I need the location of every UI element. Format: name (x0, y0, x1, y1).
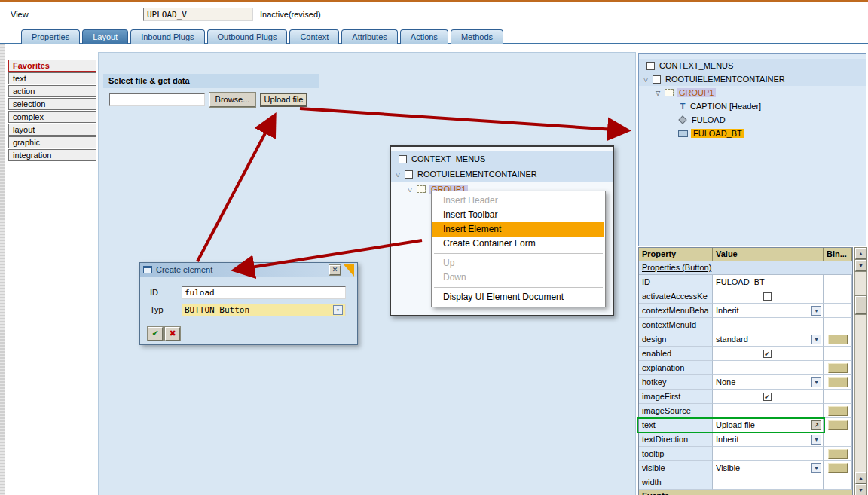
typ-select[interactable]: BUTTON Button ▾ (182, 304, 346, 316)
dialog-titlebar[interactable]: Create element ✕ (140, 263, 357, 277)
tab-attributes[interactable]: Attributes (341, 29, 397, 44)
tree-item-fuload-bt[interactable]: FULOAD_BT (639, 127, 866, 140)
palette-item-complex[interactable]: complex (8, 111, 96, 123)
tree-item-fuload[interactable]: FULOAD (639, 113, 866, 127)
splitter-bar[interactable] (0, 44, 5, 495)
bind-button[interactable] (828, 420, 848, 430)
bind-button[interactable] (828, 335, 848, 344)
tree-item-context-menus[interactable]: CONTEXT_MENUS (639, 59, 866, 72)
palette-item-graphic[interactable]: graphic (8, 136, 96, 148)
dropdown-icon[interactable]: ▾ (333, 305, 343, 315)
property-value[interactable] (713, 447, 824, 461)
dropdown-icon[interactable]: ▾ (811, 306, 821, 316)
confirm-button[interactable]: ✔ (148, 327, 163, 341)
tab-context[interactable]: Context (289, 29, 339, 44)
checkbox[interactable] (405, 170, 413, 179)
property-value[interactable]: None▾ (713, 375, 824, 390)
tree-item-group1[interactable]: ▽ GROUP1 (639, 86, 866, 99)
menu-item-insert-toolbar[interactable]: Insert Toolbar (432, 208, 604, 222)
tab-outbound-plugs[interactable]: Outbound Plugs (207, 29, 288, 44)
checkbox[interactable] (646, 62, 655, 70)
events-section-header[interactable]: Events (639, 490, 852, 495)
scroll-up-icon[interactable]: ▲ (855, 472, 866, 484)
scroll-up-icon[interactable]: ▲ (855, 248, 866, 259)
scrollbar-thumb[interactable] (855, 296, 866, 314)
dropdown-icon[interactable]: ▾ (811, 377, 821, 387)
bind-button[interactable] (828, 463, 848, 473)
bind-button[interactable] (828, 377, 848, 387)
expand-icon[interactable]: ▽ (394, 171, 402, 178)
property-name[interactable]: width (639, 475, 713, 490)
open-editor-icon[interactable]: ↗ (811, 420, 821, 430)
property-name[interactable]: textDirection (639, 432, 713, 447)
property-row-width: width (639, 475, 852, 490)
bind-button[interactable] (828, 449, 848, 459)
palette-item-selection[interactable]: selection (8, 98, 96, 110)
property-value[interactable] (713, 404, 824, 418)
property-name[interactable]: imageSource (639, 404, 713, 418)
property-value[interactable]: Inherit▾ (713, 304, 824, 318)
tab-actions[interactable]: Actions (400, 29, 448, 44)
expand-icon[interactable]: ▽ (654, 90, 662, 96)
tab-properties[interactable]: Properties (21, 29, 80, 44)
expand-icon[interactable]: ▽ (642, 76, 649, 83)
tree-item-rootuielementcontainer[interactable]: ▽ ROOTUIELEMENTCONTAINER (639, 72, 866, 86)
dropdown-icon[interactable]: ▾ (811, 463, 821, 473)
palette-item-favorites[interactable]: Favorites (8, 60, 96, 72)
tree-item-caption[interactable]: T CAPTION [Header] (639, 99, 866, 113)
checkbox[interactable] (653, 75, 661, 84)
property-value[interactable]: FULOAD_BT (713, 275, 824, 289)
close-icon[interactable]: ✕ (329, 265, 341, 275)
dropdown-icon[interactable]: ▾ (811, 335, 821, 344)
tree-item-rootuielementcontainer[interactable]: ▽ ROOTUIELEMENTCONTAINER (391, 167, 613, 182)
menu-item-create-container-form[interactable]: Create Container Form (432, 237, 604, 251)
cancel-button[interactable]: ✖ (165, 327, 180, 341)
tab-layout[interactable]: Layout (82, 29, 128, 44)
property-name[interactable]: text (639, 418, 713, 432)
palette-item-layout[interactable]: layout (8, 124, 96, 136)
scroll-down-icon[interactable]: ▼ (855, 484, 866, 495)
property-value[interactable] (713, 318, 824, 332)
property-name[interactable]: imageFirst (639, 390, 713, 404)
file-path-input[interactable] (109, 93, 205, 106)
property-value[interactable]: Visible▾ (713, 461, 824, 475)
palette-item-action[interactable]: action (8, 85, 96, 97)
property-name[interactable]: contextMenuBeha (639, 304, 713, 318)
tree-item-context-menus[interactable]: CONTEXT_MENUS (391, 151, 613, 167)
property-name[interactable]: tooltip (639, 447, 713, 461)
property-name[interactable]: ID (639, 275, 713, 289)
properties-section-header[interactable]: Properties (Button) (639, 261, 852, 275)
property-value[interactable]: Inherit▾ (713, 432, 824, 447)
browse-button[interactable]: Browse... (209, 93, 255, 107)
checkbox[interactable]: ✔ (763, 350, 772, 358)
property-name[interactable]: contextMenuId (639, 318, 713, 332)
id-input[interactable] (182, 286, 346, 299)
property-name[interactable]: explanation (639, 361, 713, 375)
property-name[interactable]: enabled (639, 347, 713, 361)
property-name[interactable]: visible (639, 461, 713, 475)
upload-file-button[interactable]: Upload file (260, 93, 307, 107)
checkbox[interactable] (763, 292, 772, 301)
property-name[interactable]: design (639, 332, 713, 347)
bind-button[interactable] (828, 363, 848, 373)
property-value[interactable]: standard▾ (713, 332, 824, 347)
palette-item-text[interactable]: text (8, 72, 96, 84)
view-name-input[interactable] (143, 8, 253, 21)
property-value[interactable] (713, 361, 824, 375)
scroll-down-icon[interactable]: ▼ (855, 260, 866, 271)
checkbox[interactable] (399, 155, 407, 163)
dropdown-icon[interactable]: ▾ (811, 435, 821, 445)
tab-methods[interactable]: Methods (451, 29, 503, 44)
bind-button[interactable] (828, 406, 848, 416)
property-value[interactable]: Upload file↗ (713, 418, 824, 432)
property-panel-scrollbar[interactable]: ▲ ▼ ▲ ▼ (854, 247, 867, 495)
tab-inbound-plugs[interactable]: Inbound Plugs (130, 29, 204, 44)
property-value[interactable] (713, 475, 824, 490)
menu-item-insert-element[interactable]: Insert Element (432, 222, 604, 237)
property-name[interactable]: hotkey (639, 375, 713, 390)
expand-icon[interactable]: ▽ (406, 186, 414, 193)
palette-item-integration[interactable]: integration (8, 149, 96, 161)
property-name[interactable]: activateAccessKe (639, 289, 713, 304)
menu-item-display-ui-element-document[interactable]: Display UI Element Document (432, 290, 604, 304)
checkbox[interactable]: ✔ (763, 393, 772, 401)
